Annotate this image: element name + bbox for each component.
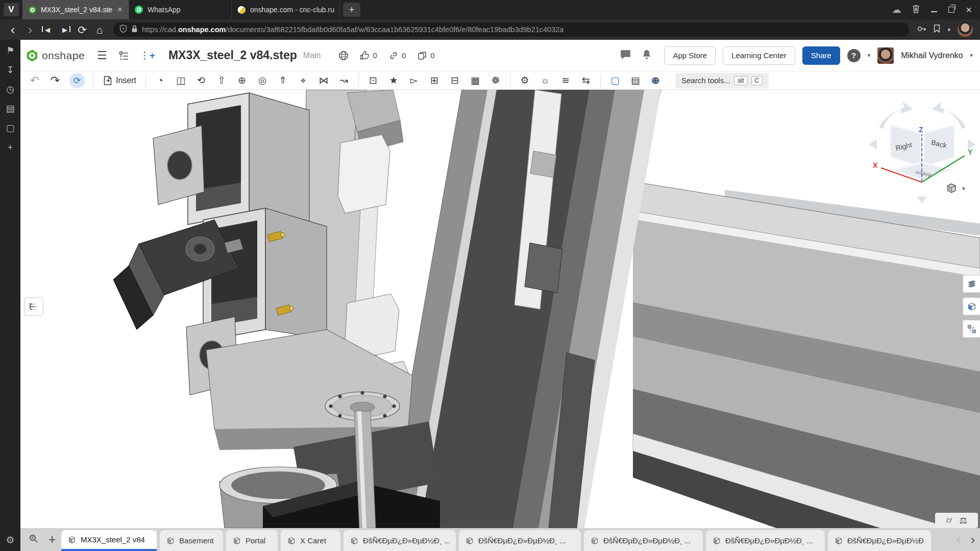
onshape-logo[interactable]: onshape: [26, 49, 85, 62]
workspace-name[interactable]: Main: [303, 51, 321, 60]
close-tab-icon[interactable]: ×: [116, 5, 124, 15]
section-views-button[interactable]: [963, 275, 980, 293]
public-globe-icon[interactable]: [338, 51, 349, 61]
assembly-tool-icon[interactable]: ⊞: [424, 76, 445, 85]
rotate-view-button[interactable]: ⟳: [69, 73, 85, 88]
likes-button[interactable]: 0: [360, 51, 377, 61]
document-tab-5[interactable]: ĐšÑ€ĐµĐ¿Đ»ĐµĐ½Đ¸ ...: [344, 530, 456, 551]
history-icon[interactable]: ◷: [6, 85, 14, 94]
maximize-window-icon[interactable]: [948, 7, 954, 13]
browser-tab-whatsapp[interactable]: WhatsApp: [129, 0, 232, 19]
exploded-view-button[interactable]: [963, 320, 980, 338]
model-tree-toggle-button[interactable]: [24, 297, 43, 316]
linear-move-tool-icon[interactable]: ⌖: [293, 76, 313, 85]
revolve-tool-icon[interactable]: ◔: [150, 76, 170, 85]
share-button[interactable]: Share: [802, 46, 840, 65]
appearance-cube-button[interactable]: [963, 297, 980, 315]
browser-tab-cnc-club[interactable]: onshape.com - cnc-club.ru: [232, 0, 340, 19]
box-select-tool-icon[interactable]: ⊡: [363, 76, 383, 85]
settings-gear-icon[interactable]: ⚙: [6, 535, 14, 545]
document-tab-3[interactable]: Portal: [226, 530, 278, 551]
links-button[interactable]: 0: [388, 51, 406, 61]
scroll-tabs-left-icon[interactable]: ‹: [951, 534, 966, 546]
follow-add-icon[interactable]: ⋮+: [140, 49, 155, 61]
measure-icon[interactable]: ⌭: [946, 515, 952, 525]
windows-icon[interactable]: ▢: [6, 123, 14, 133]
mass-properties-icon[interactable]: ⚖: [959, 515, 967, 526]
sheet-metal-tool-icon[interactable]: ▢: [605, 76, 625, 85]
copies-button[interactable]: 0: [417, 51, 434, 61]
gear-set-tool-icon[interactable]: ☸: [485, 76, 506, 85]
document-tab-7[interactable]: ĐšÑ€ĐµĐ¿Đ»ĐµĐ½Đ¸ ...: [584, 530, 703, 551]
minimize-window-icon[interactable]: [931, 8, 937, 12]
learning-center-button[interactable]: Learning Center: [723, 46, 795, 65]
add-part-tool-icon[interactable]: ⊕: [646, 76, 666, 85]
search-tools-button[interactable]: Search tools... alt C: [675, 73, 769, 88]
mirror-tool-icon[interactable]: ⋈: [313, 76, 334, 85]
back-icon[interactable]: ‹: [5, 23, 20, 36]
view-cube[interactable]: Right Back Bottom X Y Z: [862, 95, 980, 215]
close-window-icon[interactable]: ×: [966, 5, 972, 15]
filter-tabs-icon[interactable]: [24, 534, 43, 546]
help-button[interactable]: ?: [847, 49, 861, 62]
document-tab-8[interactable]: ĐšÑ€ĐµĐ¿Đ»ĐµĐ½Đ¸ ...: [706, 530, 825, 551]
notifications-bell-icon[interactable]: [642, 49, 652, 62]
add-document-tab-button[interactable]: +: [43, 532, 61, 547]
rotate-part-tool-icon[interactable]: ⟲: [191, 76, 211, 85]
bookmark-page-icon[interactable]: [934, 24, 940, 35]
bookmarks-icon[interactable]: ⚑: [6, 46, 14, 55]
browser-profile-avatar[interactable]: [958, 22, 973, 37]
insert-button[interactable]: Insert: [97, 76, 141, 86]
browser-tab-onshape-document[interactable]: MX3X_steel_2 v84.ste ×: [22, 0, 129, 19]
in-context-tool-icon[interactable]: ⊟: [445, 76, 465, 85]
document-title[interactable]: MX3X_steel_2 v84.step: [168, 48, 297, 62]
sprocket-tool-icon[interactable]: ☼: [535, 76, 555, 85]
trash-icon[interactable]: [912, 5, 920, 15]
extrude-tool-icon[interactable]: ◫: [170, 76, 191, 85]
document-tab-9[interactable]: ĐšÑ€ĐµĐ¿Đ»ĐµĐ½Đ: [828, 530, 931, 551]
chevron-down-icon[interactable]: ▾: [947, 27, 950, 33]
fast-forward-icon[interactable]: ▶: [57, 27, 72, 33]
document-tab-2[interactable]: Basement: [160, 530, 223, 551]
reload-icon[interactable]: ⟳: [75, 24, 90, 35]
user-menu-chevron-icon[interactable]: ▾: [970, 52, 973, 59]
gears-tool-icon[interactable]: ⚙: [514, 76, 535, 85]
help-chevron-icon[interactable]: ▾: [868, 52, 871, 59]
favorite-part-tool-icon[interactable]: ★: [383, 76, 404, 85]
forward-icon[interactable]: ›: [22, 23, 38, 36]
rewind-icon[interactable]: ◀: [40, 27, 55, 33]
comments-icon[interactable]: [620, 49, 631, 62]
belt-tool-icon[interactable]: ⇆: [576, 76, 596, 85]
redo-icon[interactable]: ↷: [45, 75, 65, 86]
3d-viewport[interactable]: Right Back Bottom X Y Z ▾: [20, 90, 980, 528]
main-menu-icon[interactable]: ☰: [97, 49, 107, 62]
orbit-tool-icon[interactable]: ◎: [252, 76, 273, 85]
move-part-tool-icon[interactable]: ⊕: [232, 76, 252, 85]
address-bar-input[interactable]: https://cad.onshape.com/documents/3af682…: [113, 22, 909, 37]
document-tab-6[interactable]: ĐšÑ€ĐµĐ¿Đ»ĐµĐ½Đ¸ ...: [459, 530, 581, 551]
downloads-icon[interactable]: ↧: [6, 65, 14, 74]
lift-part-tool-icon[interactable]: ⇧: [211, 76, 232, 85]
document-tab-4[interactable]: X Caret: [281, 530, 340, 551]
pattern-tool-icon[interactable]: ▦: [465, 76, 485, 85]
scroll-tabs-right-icon[interactable]: ›: [966, 534, 980, 546]
bom-tool-icon[interactable]: ▤: [625, 76, 646, 85]
notes-icon[interactable]: ▤: [6, 104, 14, 113]
password-key-icon[interactable]: [917, 25, 926, 34]
app-store-button[interactable]: App Store: [664, 46, 716, 65]
version-tree-icon[interactable]: [118, 51, 130, 61]
new-tab-button[interactable]: +: [343, 3, 360, 17]
spring-tool-icon[interactable]: ≋: [555, 76, 576, 85]
undo-icon[interactable]: ↶: [24, 75, 45, 86]
user-avatar[interactable]: [877, 47, 894, 64]
spline-tool-icon[interactable]: ↝: [334, 76, 354, 85]
select-part-tool-icon[interactable]: ▻: [404, 76, 424, 85]
push-part-tool-icon[interactable]: ⇑: [273, 76, 293, 85]
add-panel-icon[interactable]: +: [8, 143, 13, 152]
sync-cloud-icon[interactable]: ☁: [892, 4, 901, 15]
shield-icon[interactable]: [119, 24, 127, 35]
cad-model[interactable]: [20, 90, 980, 528]
vivaldi-menu-button[interactable]: V: [0, 0, 22, 19]
user-name[interactable]: Mikhail Vydrenko: [901, 51, 963, 60]
home-icon[interactable]: ⌂: [92, 24, 107, 35]
